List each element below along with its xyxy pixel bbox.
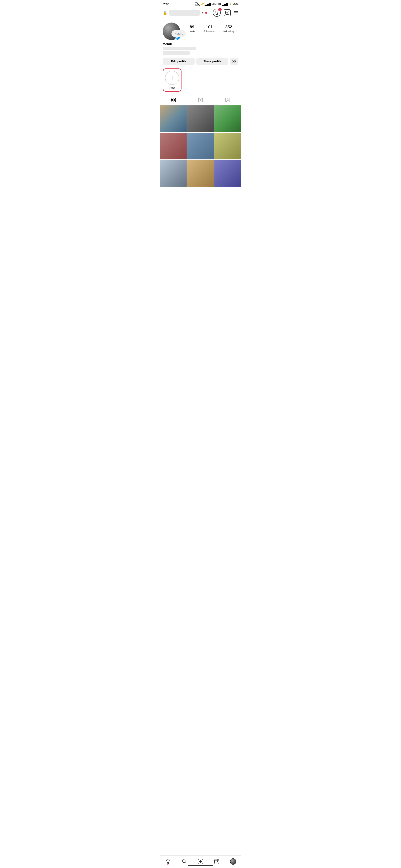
top-nav-left: 🔒 ▾ bbox=[163, 10, 207, 16]
status-key-icon: 🔑 bbox=[201, 2, 204, 5]
battery-pct: 96% bbox=[233, 2, 238, 5]
activity-dot bbox=[205, 12, 207, 14]
svg-point-7 bbox=[200, 99, 201, 100]
posts-stat[interactable]: 89 posts bbox=[189, 25, 195, 33]
new-story-label: New bbox=[169, 86, 175, 89]
share-profile-button[interactable]: Share profile bbox=[196, 58, 228, 65]
tagged-icon bbox=[225, 97, 230, 102]
lock-icon: 🔒 bbox=[163, 10, 167, 15]
followers-stat[interactable]: 101 followers bbox=[204, 25, 215, 33]
battery-icon: 🔋 bbox=[229, 2, 232, 5]
tab-tagged[interactable] bbox=[214, 95, 241, 105]
profile-name: Mehdi bbox=[163, 42, 238, 46]
note-bubble[interactable]: Note... bbox=[171, 30, 186, 37]
grid-cell-8[interactable] bbox=[187, 160, 214, 187]
following-stat[interactable]: 352 following bbox=[224, 25, 234, 33]
photo-grid bbox=[160, 105, 241, 187]
hamburger-line-1 bbox=[234, 11, 238, 12]
grid-cell-2[interactable] bbox=[187, 105, 214, 132]
tabs-row bbox=[160, 95, 241, 105]
status-lte: LTE+ bbox=[211, 2, 218, 5]
new-story-circle: + bbox=[165, 71, 179, 85]
new-story-button[interactable]: + New bbox=[165, 71, 179, 89]
posts-label: posts bbox=[189, 30, 195, 33]
status-time: 7:06 bbox=[163, 2, 169, 6]
grid-cell-7[interactable] bbox=[160, 160, 187, 187]
status-right: 0.1kB/s 🔑 ▂▄▆ LTE+ HD ▂▄▆ 🔋 96% bbox=[196, 2, 238, 6]
top-nav: 🔒 ▾ 2 bbox=[160, 7, 241, 18]
add-post-button[interactable] bbox=[224, 9, 231, 16]
svg-rect-4 bbox=[171, 100, 173, 102]
posts-count: 89 bbox=[190, 25, 194, 29]
grid-icon bbox=[171, 97, 176, 102]
bio-placeholder-1 bbox=[163, 47, 196, 50]
edit-profile-button[interactable]: Edit profile bbox=[163, 58, 195, 65]
reels-tab-icon bbox=[198, 97, 203, 102]
username-bar bbox=[169, 10, 200, 16]
following-label: following bbox=[224, 30, 234, 33]
following-count: 352 bbox=[225, 25, 232, 29]
status-signal2: ▂▄▆ bbox=[222, 2, 228, 6]
svg-rect-3 bbox=[174, 98, 175, 99]
svg-rect-6 bbox=[198, 98, 203, 102]
note-placeholder: Note... bbox=[174, 32, 183, 35]
svg-point-1 bbox=[233, 60, 234, 62]
followers-label: followers bbox=[204, 30, 215, 33]
threads-badge: 2 bbox=[218, 8, 222, 11]
buttons-row: Edit profile Share profile bbox=[160, 58, 241, 65]
grid-cell-1[interactable] bbox=[160, 105, 187, 132]
status-signal-bars: ▂▄▆ bbox=[205, 2, 211, 6]
grid-cell-4[interactable] bbox=[160, 133, 187, 160]
stats-row: 89 posts 101 followers 352 following bbox=[184, 23, 238, 33]
threads-button[interactable]: 2 bbox=[213, 9, 221, 17]
svg-rect-2 bbox=[171, 98, 173, 99]
status-hd: HD bbox=[219, 3, 221, 5]
hamburger-menu-button[interactable] bbox=[234, 11, 238, 14]
hamburger-line-2 bbox=[234, 12, 238, 13]
status-bar: 7:06 0.1kB/s 🔑 ▂▄▆ LTE+ HD ▂▄▆ 🔋 96% bbox=[160, 0, 241, 7]
bio-placeholder-2 bbox=[163, 51, 190, 55]
grid-cell-6[interactable] bbox=[214, 133, 241, 160]
tab-grid[interactable] bbox=[160, 95, 187, 105]
grid-cell-5[interactable] bbox=[187, 133, 214, 160]
tab-reels[interactable] bbox=[187, 95, 214, 105]
svg-point-9 bbox=[227, 99, 228, 100]
svg-rect-5 bbox=[174, 100, 175, 102]
add-friend-button[interactable] bbox=[230, 58, 238, 65]
followers-count: 101 bbox=[206, 25, 213, 29]
status-kb: 0.1kB/s bbox=[196, 2, 200, 6]
new-story-highlight: + New bbox=[163, 68, 181, 92]
new-story-plus-icon: + bbox=[170, 74, 174, 82]
dropdown-arrow-icon[interactable]: ▾ bbox=[202, 11, 203, 14]
grid-cell-3[interactable] bbox=[214, 105, 241, 132]
top-nav-right: 2 bbox=[213, 9, 238, 17]
grid-cell-9[interactable] bbox=[214, 160, 241, 187]
profile-section: Note... + 89 posts 101 followers 352 fol… bbox=[160, 18, 241, 55]
stories-section: + New bbox=[160, 65, 241, 93]
hamburger-line-3 bbox=[234, 14, 238, 14]
